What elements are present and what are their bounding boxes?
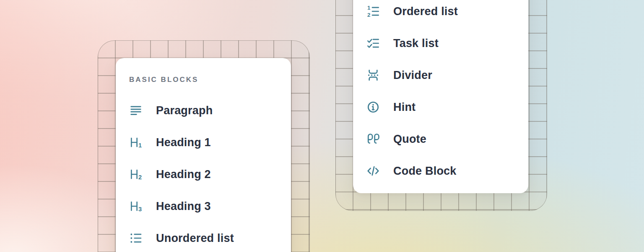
svg-text:2: 2 bbox=[367, 12, 370, 18]
heading-3-icon: 3 bbox=[129, 199, 143, 213]
menu-item-heading-2[interactable]: 2 Heading 2 bbox=[116, 158, 291, 190]
menu-item-code-block[interactable]: Code Block bbox=[353, 155, 528, 187]
menu-item-quote[interactable]: Quote bbox=[353, 123, 528, 155]
menu-item-label: Ordered list bbox=[393, 5, 458, 18]
svg-text:1: 1 bbox=[138, 142, 142, 149]
unordered-list-icon bbox=[129, 231, 143, 245]
menu-item-paragraph[interactable]: Paragraph bbox=[116, 94, 291, 126]
menu-item-label: Task list bbox=[393, 37, 439, 50]
menu-item-label: Heading 3 bbox=[156, 200, 211, 213]
svg-text:1: 1 bbox=[367, 5, 371, 11]
menu-item-label: Heading 2 bbox=[156, 168, 211, 181]
menu-item-label: Paragraph bbox=[156, 104, 213, 117]
menu-item-heading-1[interactable]: 1 Heading 1 bbox=[116, 126, 291, 158]
menu-item-heading-3[interactable]: 3 Heading 3 bbox=[116, 190, 291, 222]
ordered-list-icon: 1 2 bbox=[366, 4, 380, 18]
svg-text:2: 2 bbox=[138, 174, 142, 181]
more-blocks-menu: 1 2 Ordered list Task list bbox=[353, 0, 528, 193]
menu-item-label: Code Block bbox=[393, 165, 457, 178]
quote-icon bbox=[366, 132, 380, 146]
menu-item-ordered-list[interactable]: 1 2 Ordered list bbox=[353, 0, 528, 27]
menu-item-label: Divider bbox=[393, 69, 432, 82]
basic-blocks-menu: BASIC BLOCKS Paragraph 1 Heading 1 bbox=[116, 58, 291, 252]
section-label: BASIC BLOCKS bbox=[129, 76, 198, 84]
menu-item-label: Heading 1 bbox=[156, 136, 211, 149]
menu-item-unordered-list[interactable]: Unordered list bbox=[116, 222, 291, 252]
menu-list: Paragraph 1 Heading 1 2 bbox=[116, 94, 291, 252]
divider-icon bbox=[366, 68, 380, 82]
hint-icon bbox=[366, 100, 380, 114]
menu-item-task-list[interactable]: Task list bbox=[353, 27, 528, 59]
menu-item-label: Quote bbox=[393, 133, 426, 146]
menu-item-label: Hint bbox=[393, 101, 415, 114]
heading-2-icon: 2 bbox=[129, 167, 143, 181]
svg-text:3: 3 bbox=[138, 206, 142, 213]
paragraph-icon bbox=[129, 103, 143, 118]
task-list-icon bbox=[366, 36, 380, 50]
menu-item-divider[interactable]: Divider bbox=[353, 59, 528, 91]
menu-item-label: Unordered list bbox=[156, 232, 234, 245]
menu-list: 1 2 Ordered list Task list bbox=[353, 0, 528, 187]
heading-1-icon: 1 bbox=[129, 135, 143, 150]
editor-illustration: BASIC BLOCKS Paragraph 1 Heading 1 bbox=[0, 0, 644, 252]
code-block-icon bbox=[366, 164, 380, 178]
menu-item-hint[interactable]: Hint bbox=[353, 91, 528, 123]
